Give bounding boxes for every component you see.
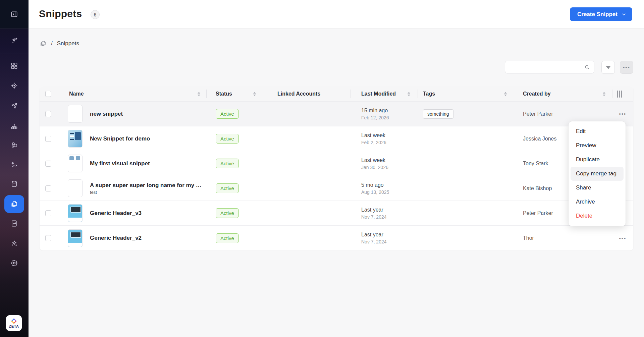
snippets-table: Name Status Linked Accounts Last Modifie… (40, 86, 633, 250)
snippet-name[interactable]: Generic Header_v3 (90, 210, 142, 217)
row-context-menu: Edit Preview Duplicate Copy merge tag Sh… (569, 121, 626, 226)
linked-accounts-cell (268, 151, 351, 176)
linked-accounts-cell (268, 102, 351, 126)
page-title: Snippets (39, 8, 82, 19)
breadcrumb-current[interactable]: Snippets (57, 40, 79, 47)
snippet-name[interactable]: Generic Header_v2 (90, 235, 142, 241)
sidebar-item-hierarchy[interactable] (7, 119, 22, 134)
column-header-created-by[interactable]: Created by (515, 86, 612, 102)
create-snippet-button[interactable]: Create Snippet (570, 7, 632, 21)
menu-item-edit[interactable]: Edit (569, 124, 626, 138)
snippet-thumbnail (68, 155, 83, 172)
row-checkbox[interactable] (45, 111, 51, 117)
row-checkbox[interactable] (45, 210, 51, 216)
filter-button[interactable] (601, 61, 615, 74)
linked-accounts-cell (268, 226, 351, 250)
column-header-status[interactable]: Status (206, 86, 268, 102)
column-header-linked-accounts: Linked Accounts (268, 86, 351, 102)
sort-icon (504, 92, 507, 96)
sort-icon (253, 92, 256, 96)
sort-icon (198, 92, 200, 96)
tag-chip[interactable]: something (423, 109, 453, 119)
count-badge: 6 (91, 10, 100, 19)
modified-date: Feb 2, 2026 (361, 140, 386, 145)
select-all-checkbox[interactable] (45, 91, 51, 97)
modified-relative: Last year (361, 207, 383, 213)
snippet-thumbnail (68, 229, 83, 247)
sidebar-item-settings[interactable] (7, 256, 22, 271)
column-settings-icon[interactable] (617, 91, 622, 98)
dashboard-grid-icon (10, 62, 18, 70)
table-row[interactable]: Generic Header_v2 Active Last year Nov 7… (40, 226, 633, 250)
row-checkbox[interactable] (45, 161, 51, 167)
row-checkbox[interactable] (45, 136, 51, 142)
snippet-name[interactable]: new snippet (90, 111, 123, 117)
sidebar-item-journeys[interactable] (7, 157, 22, 172)
menu-item-preview[interactable]: Preview (569, 138, 626, 153)
row-checkbox[interactable] (45, 185, 51, 191)
zeta-logo[interactable]: ZETA (6, 315, 22, 331)
zeta-diamond-icon (11, 318, 17, 324)
snippets-breadcrumb-icon[interactable] (40, 40, 47, 47)
linked-accounts-cell (268, 201, 351, 225)
modified-relative: 15 min ago (361, 108, 388, 114)
menu-item-copy-merge-tag[interactable]: Copy merge tag (571, 167, 624, 181)
menu-item-delete[interactable]: Delete (569, 209, 626, 223)
sort-icon (408, 92, 410, 96)
chevron-down-icon (622, 12, 626, 17)
sidebar-item-toggle[interactable] (7, 7, 22, 22)
snippet-name[interactable]: My first visual snippet (90, 160, 150, 167)
search-button[interactable] (580, 61, 594, 73)
sidebar-item-reports[interactable] (7, 216, 22, 231)
snippet-name[interactable]: New Snippet for demo (90, 135, 150, 142)
status-badge: Active (216, 134, 239, 144)
gear-icon (10, 259, 18, 267)
menu-item-duplicate[interactable]: Duplicate (569, 153, 626, 167)
row-actions-button[interactable] (619, 235, 627, 241)
modified-relative: 5 mo ago (361, 182, 384, 188)
ai-sparkle-icon (10, 37, 18, 44)
snippet-thumbnail (68, 179, 83, 197)
row-actions-button[interactable] (619, 111, 627, 117)
snippets-icon (10, 200, 18, 208)
modified-date: Feb 12, 2026 (361, 115, 389, 120)
ellipsis-icon (623, 64, 630, 70)
snippet-thumbnail (68, 204, 83, 222)
sidebar-item-campaigns[interactable] (7, 98, 22, 113)
created-by: Thor (515, 226, 612, 250)
table-header-row: Name Status Linked Accounts Last Modifie… (40, 86, 633, 102)
table-row[interactable]: New Snippet for demo Active Last week Fe… (40, 126, 633, 151)
top-header: Snippets 6 Create Snippet (29, 0, 644, 29)
table-row[interactable]: A super super super long name for my … t… (40, 176, 633, 201)
panel-toggle-icon (10, 10, 18, 18)
status-badge: Active (216, 109, 239, 119)
menu-item-share[interactable]: Share (569, 181, 626, 195)
sidebar-item-sparks[interactable] (7, 236, 22, 251)
sidebar-divider (0, 54, 29, 54)
sidebar-item-data[interactable] (7, 176, 22, 191)
table-row[interactable]: My first visual snippet Active Last week… (40, 151, 633, 176)
table-row[interactable]: Generic Header_v3 Active Last year Nov 7… (40, 201, 633, 226)
modified-relative: Last week (361, 157, 385, 163)
column-header-last-modified[interactable]: Last Modified (351, 86, 418, 102)
sidebar-item-segments[interactable] (7, 137, 22, 153)
linked-accounts-cell (268, 176, 351, 201)
filter-icon (605, 64, 611, 70)
zeta-logo-label: ZETA (9, 324, 19, 328)
column-header-tags[interactable]: Tags (418, 86, 515, 102)
snippet-name[interactable]: A super super super long name for my … (90, 182, 202, 189)
table-more-button[interactable] (620, 61, 633, 74)
sidebar-item-ai[interactable] (7, 33, 22, 48)
menu-item-archive[interactable]: Archive (569, 195, 626, 209)
status-badge: Active (216, 159, 239, 168)
snippet-thumbnail (68, 105, 83, 123)
search-input[interactable] (505, 61, 580, 73)
row-checkbox[interactable] (45, 235, 51, 241)
sidebar-item-target[interactable] (7, 78, 22, 93)
sidebar-item-snippets[interactable] (4, 195, 24, 213)
sort-icon (603, 92, 605, 96)
sidebar-item-dashboard[interactable] (7, 58, 22, 73)
search-icon (584, 64, 590, 70)
table-row[interactable]: new snippet Active 15 min ago Feb 12, 20… (40, 102, 633, 126)
column-header-name[interactable]: Name (57, 86, 206, 102)
